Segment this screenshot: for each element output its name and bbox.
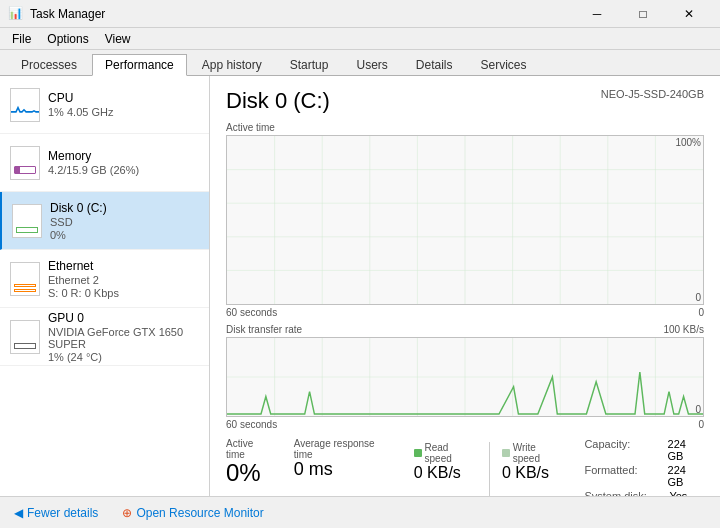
menu-file[interactable]: File xyxy=(4,28,39,50)
stat-key-system-disk: System disk: xyxy=(584,490,669,496)
maximize-button[interactable]: □ xyxy=(620,0,666,28)
graph2-top-label: Disk transfer rate xyxy=(226,324,302,335)
resource-monitor-icon: ⊕ xyxy=(122,506,132,520)
cpu-name: CPU xyxy=(48,91,199,105)
stat-val-capacity: 224 GB xyxy=(668,438,704,462)
graph2-time: 60 seconds xyxy=(226,419,277,430)
cpu-info: CPU 1% 4.05 GHz xyxy=(48,91,199,118)
graph2-zero: 0 xyxy=(698,419,704,430)
content-area: Disk 0 (C:) NEO-J5-SSD-240GB Active time… xyxy=(210,76,720,496)
read-speed-label-row: Read speed xyxy=(414,442,477,464)
disk-detail2: 0% xyxy=(50,229,199,241)
avg-response-value: 0 ms xyxy=(294,460,394,480)
memory-info: Memory 4.2/15.9 GB (26%) xyxy=(48,149,199,176)
fewer-details-icon: ◀ xyxy=(14,506,23,520)
minimize-button[interactable]: ─ xyxy=(574,0,620,28)
memory-icon xyxy=(10,146,40,180)
menu-view[interactable]: View xyxy=(97,28,139,50)
stat-key-formatted: Formatted: xyxy=(584,464,667,488)
active-time-graph: 100% 0 xyxy=(226,135,704,305)
graph1-zero: 0 xyxy=(698,307,704,318)
menu-options[interactable]: Options xyxy=(39,28,96,50)
graph2-label-row: Disk transfer rate 100 KB/s xyxy=(226,324,704,335)
ethernet-icon xyxy=(10,262,40,296)
title-bar: 📊 Task Manager ─ □ ✕ xyxy=(0,0,720,28)
write-speed-value: 0 KB/s xyxy=(502,464,564,482)
ethernet-name: Ethernet xyxy=(48,259,199,273)
fewer-details-label: Fewer details xyxy=(27,506,98,520)
write-speed-dot xyxy=(502,449,510,457)
write-speed-label: Write speed xyxy=(513,442,565,464)
graph2-grid xyxy=(227,338,703,416)
active-time-graph-section: Active time 100% 0 xyxy=(226,122,704,318)
speed-divider xyxy=(489,442,490,496)
graph1-time: 60 seconds xyxy=(226,307,277,318)
read-speed-dot xyxy=(414,449,422,457)
tab-performance[interactable]: Performance xyxy=(92,54,187,76)
gpu-detail2: 1% (24 °C) xyxy=(48,351,199,363)
content-title: Disk 0 (C:) xyxy=(226,88,330,114)
gpu-name: GPU 0 xyxy=(48,311,199,325)
title-bar-controls: ─ □ ✕ xyxy=(574,0,712,28)
stat-key-capacity: Capacity: xyxy=(584,438,667,462)
disk-detail1: SSD xyxy=(50,216,199,228)
main-container: CPU 1% 4.05 GHz Memory 4.2/15.9 GB (26%)… xyxy=(0,76,720,496)
tab-startup[interactable]: Startup xyxy=(277,53,342,75)
ethernet-info: Ethernet Ethernet 2 S: 0 R: 0 Kbps xyxy=(48,259,199,299)
gpu-detail1: NVIDIA GeForce GTX 1650 SUPER xyxy=(48,326,199,350)
sidebar-item-cpu[interactable]: CPU 1% 4.05 GHz xyxy=(0,76,209,134)
speed-block: Read speed 0 KB/s Write speed 0 KB/s xyxy=(414,442,565,496)
stat-row-capacity: Capacity: 224 GB xyxy=(584,438,704,462)
graph2-time-label: 60 seconds 0 xyxy=(226,419,704,430)
sidebar-item-ethernet[interactable]: Ethernet Ethernet 2 S: 0 R: 0 Kbps xyxy=(0,250,209,308)
sidebar-item-memory[interactable]: Memory 4.2/15.9 GB (26%) xyxy=(0,134,209,192)
graph1-grid xyxy=(227,136,703,304)
read-speed-label: Read speed xyxy=(425,442,477,464)
sidebar: CPU 1% 4.05 GHz Memory 4.2/15.9 GB (26%)… xyxy=(0,76,210,496)
menu-bar: File Options View xyxy=(0,28,720,50)
bottom-bar: ◀ Fewer details ⊕ Open Resource Monitor xyxy=(0,496,720,528)
tab-users[interactable]: Users xyxy=(343,53,400,75)
gpu-info: GPU 0 NVIDIA GeForce GTX 1650 SUPER 1% (… xyxy=(48,311,199,363)
open-resource-monitor-label: Open Resource Monitor xyxy=(136,506,263,520)
sidebar-item-gpu[interactable]: GPU 0 NVIDIA GeForce GTX 1650 SUPER 1% (… xyxy=(0,308,209,366)
fewer-details-button[interactable]: ◀ Fewer details xyxy=(10,504,102,522)
stats-right: Capacity: 224 GB Formatted: 224 GB Syste… xyxy=(584,438,704,496)
graph2-max-label: 100 KB/s xyxy=(663,324,704,335)
graph1-label-row: Active time xyxy=(226,122,704,133)
cpu-icon xyxy=(10,88,40,122)
content-subtitle: NEO-J5-SSD-240GB xyxy=(601,88,704,100)
read-speed-item: Read speed 0 KB/s xyxy=(414,442,477,496)
title-bar-text: Task Manager xyxy=(30,7,574,21)
content-header: Disk 0 (C:) NEO-J5-SSD-240GB xyxy=(226,88,704,114)
cpu-detail: 1% 4.05 GHz xyxy=(48,106,199,118)
disk-name: Disk 0 (C:) xyxy=(50,201,199,215)
tab-app-history[interactable]: App history xyxy=(189,53,275,75)
disk-info: Disk 0 (C:) SSD 0% xyxy=(50,201,199,241)
stats-left: Active time 0% Average response time 0 m… xyxy=(226,438,394,496)
graph1-top-label: Active time xyxy=(226,122,275,133)
ethernet-detail2: S: 0 R: 0 Kbps xyxy=(48,287,199,299)
close-button[interactable]: ✕ xyxy=(666,0,712,28)
active-time-stat: Active time 0% xyxy=(226,438,274,496)
sidebar-item-disk[interactable]: Disk 0 (C:) SSD 0% xyxy=(0,192,209,250)
stats-section: Active time 0% Average response time 0 m… xyxy=(226,438,704,496)
active-time-label: Active time xyxy=(226,438,274,460)
write-speed-label-row: Write speed xyxy=(502,442,564,464)
tab-services[interactable]: Services xyxy=(468,53,540,75)
memory-name: Memory xyxy=(48,149,199,163)
open-resource-monitor-button[interactable]: ⊕ Open Resource Monitor xyxy=(118,504,267,522)
memory-detail: 4.2/15.9 GB (26%) xyxy=(48,164,199,176)
avg-response-label: Average response time xyxy=(294,438,394,460)
disk-icon xyxy=(12,204,42,238)
active-time-value: 0% xyxy=(226,460,274,486)
tab-processes[interactable]: Processes xyxy=(8,53,90,75)
read-speed-value: 0 KB/s xyxy=(414,464,477,482)
graph1-time-label: 60 seconds 0 xyxy=(226,307,704,318)
tab-details[interactable]: Details xyxy=(403,53,466,75)
disk-transfer-graph-section: Disk transfer rate 100 KB/s 0 xyxy=(226,324,704,430)
ethernet-detail1: Ethernet 2 xyxy=(48,274,199,286)
tab-bar: Processes Performance App history Startu… xyxy=(0,50,720,76)
disk-transfer-graph: 0 xyxy=(226,337,704,417)
stat-row-system-disk: System disk: Yes xyxy=(584,490,704,496)
